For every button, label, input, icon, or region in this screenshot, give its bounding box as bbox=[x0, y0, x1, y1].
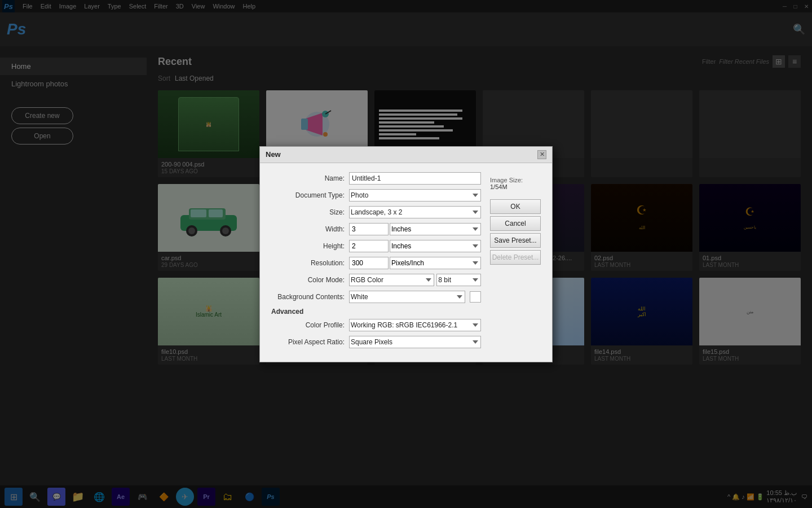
size-label: Size: bbox=[271, 208, 345, 216]
new-document-dialog: New ✕ Name: Document Type: Photo Print W… bbox=[259, 146, 553, 362]
name-input[interactable] bbox=[349, 172, 481, 185]
delete-preset-button[interactable]: Delete Preset... bbox=[490, 250, 541, 265]
color-mode-select[interactable]: RGB Color CMYK Color Grayscale bbox=[349, 274, 434, 286]
width-label: Width: bbox=[271, 225, 345, 233]
size-select[interactable]: Landscape, 3 x 2 Portrait, 2 x 3 bbox=[349, 206, 481, 218]
advanced-section: Advanced Color Profile: Working RGB: sRG… bbox=[271, 308, 481, 348]
dialog-titlebar: New ✕ bbox=[260, 147, 552, 163]
advanced-label: Advanced bbox=[271, 308, 481, 316]
doc-type-label: Document Type: bbox=[271, 191, 345, 199]
cancel-button[interactable]: Cancel bbox=[490, 216, 541, 231]
ok-button[interactable]: OK bbox=[490, 199, 541, 214]
form-row-width: Width: Inches Pixels Centimeters bbox=[271, 223, 481, 235]
height-input[interactable] bbox=[349, 240, 389, 252]
form-row-height: Height: Inches Pixels Centimeters bbox=[271, 240, 481, 252]
dialog-form: Name: Document Type: Photo Print Web Siz… bbox=[271, 172, 481, 353]
width-unit-select[interactable]: Inches Pixels Centimeters bbox=[390, 223, 481, 235]
resolution-label: Resolution: bbox=[271, 259, 345, 267]
resolution-unit-select[interactable]: Pixels/Inch Pixels/Cm bbox=[390, 257, 481, 269]
bg-contents-label: Background Contents: bbox=[271, 293, 345, 301]
dialog-close-button[interactable]: ✕ bbox=[537, 150, 546, 159]
form-row-pixelaspect: Pixel Aspect Ratio: Square Pixels bbox=[271, 336, 481, 348]
form-row-name: Name: bbox=[271, 172, 481, 185]
height-input-group: Inches Pixels Centimeters bbox=[349, 240, 481, 252]
image-size-value: 1/54M bbox=[490, 183, 541, 190]
color-profile-select[interactable]: Working RGB: sRGB IEC61966-2.1 bbox=[349, 319, 481, 331]
pixel-aspect-label: Pixel Aspect Ratio: bbox=[271, 338, 345, 346]
save-preset-button[interactable]: Save Preset... bbox=[490, 233, 541, 248]
pixel-aspect-select[interactable]: Square Pixels bbox=[349, 336, 481, 348]
resolution-input[interactable] bbox=[349, 257, 389, 269]
bg-contents-select[interactable]: White Background Color Transparent bbox=[349, 291, 465, 303]
height-label: Height: bbox=[271, 242, 345, 250]
width-input[interactable] bbox=[349, 223, 389, 235]
color-depth-select[interactable]: 8 bit 16 bit 32 bit bbox=[436, 274, 481, 286]
form-row-doctype: Document Type: Photo Print Web bbox=[271, 189, 481, 202]
bg-color-swatch[interactable] bbox=[470, 291, 481, 303]
modal-overlay: New ✕ Name: Document Type: Photo Print W… bbox=[0, 0, 812, 508]
form-row-colormode: Color Mode: RGB Color CMYK Color Graysca… bbox=[271, 274, 481, 286]
name-label: Name: bbox=[271, 174, 345, 182]
form-row-resolution: Resolution: Pixels/Inch Pixels/Cm bbox=[271, 257, 481, 269]
color-profile-label: Color Profile: bbox=[271, 321, 345, 329]
height-unit-select[interactable]: Inches Pixels Centimeters bbox=[390, 240, 481, 252]
resolution-input-group: Pixels/Inch Pixels/Cm bbox=[349, 257, 481, 269]
dialog-body: Name: Document Type: Photo Print Web Siz… bbox=[260, 163, 552, 362]
bg-contents-group: White Background Color Transparent bbox=[349, 291, 481, 303]
width-input-group: Inches Pixels Centimeters bbox=[349, 223, 481, 235]
form-row-colorprofile: Color Profile: Working RGB: sRGB IEC6196… bbox=[271, 319, 481, 331]
doc-type-select[interactable]: Photo Print Web bbox=[349, 189, 481, 202]
dialog-actions: Image Size: 1/54M OK Cancel Save Preset.… bbox=[490, 172, 541, 353]
dialog-title: New bbox=[266, 150, 281, 159]
form-row-size: Size: Landscape, 3 x 2 Portrait, 2 x 3 bbox=[271, 206, 481, 218]
image-size-label: Image Size: bbox=[490, 177, 541, 183]
color-mode-label: Color Mode: bbox=[271, 276, 345, 284]
form-row-bgcontents: Background Contents: White Background Co… bbox=[271, 291, 481, 303]
